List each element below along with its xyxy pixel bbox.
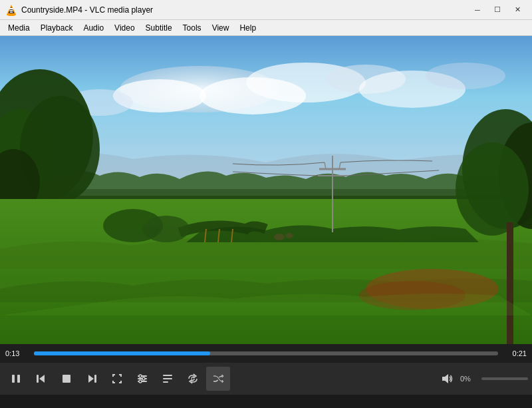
svg-rect-58 bbox=[163, 375, 172, 376]
volume-button[interactable] bbox=[436, 368, 458, 389]
svg-rect-60 bbox=[163, 381, 168, 383]
volume-slider[interactable] bbox=[481, 377, 528, 380]
svg-rect-5 bbox=[10, 11, 13, 13]
svg-rect-4 bbox=[10, 10, 13, 11]
menu-item-menu-audio[interactable]: Audio bbox=[78, 20, 109, 35]
menu-item-menu-playback[interactable]: Playback bbox=[35, 20, 78, 35]
svg-point-31 bbox=[456, 142, 529, 236]
close-button[interactable]: ✕ bbox=[508, 3, 527, 17]
menu-item-menu-help[interactable]: Help bbox=[234, 20, 261, 35]
svg-marker-51 bbox=[88, 375, 94, 383]
skip-forward-button[interactable] bbox=[80, 367, 104, 391]
minimize-button[interactable]: ─ bbox=[468, 3, 487, 17]
ext-settings-button[interactable] bbox=[130, 367, 154, 391]
volume-area: 0% bbox=[436, 368, 528, 389]
svg-rect-59 bbox=[163, 378, 172, 379]
video-area bbox=[0, 36, 532, 344]
svg-point-42 bbox=[143, 216, 190, 242]
seek-bar-area: 0:13 0:21 bbox=[0, 344, 532, 363]
menu-item-menu-subtitle[interactable]: Subtitle bbox=[140, 20, 178, 35]
stop-button[interactable] bbox=[55, 367, 78, 391]
svg-point-57 bbox=[139, 380, 142, 383]
svg-rect-50 bbox=[94, 375, 96, 383]
window-title: Countryside.MP4 - VLC media player bbox=[21, 5, 468, 15]
menu-item-menu-media[interactable]: Media bbox=[3, 20, 35, 35]
seek-bar-fill bbox=[34, 351, 210, 355]
svg-rect-49 bbox=[63, 375, 70, 383]
svg-rect-46 bbox=[17, 375, 20, 383]
shuffle-button[interactable] bbox=[206, 367, 230, 391]
loop-button[interactable] bbox=[181, 367, 205, 391]
svg-rect-47 bbox=[37, 375, 39, 383]
title-bar: Countryside.MP4 - VLC media player ─ ☐ ✕ bbox=[0, 0, 532, 20]
menu-item-menu-tools[interactable]: Tools bbox=[178, 20, 207, 35]
playlist-button[interactable] bbox=[156, 367, 180, 391]
svg-point-44 bbox=[285, 233, 293, 238]
fullscreen-button[interactable] bbox=[105, 367, 129, 391]
controls-bar: 0% bbox=[0, 363, 532, 395]
svg-point-56 bbox=[142, 377, 145, 380]
menu-item-menu-view[interactable]: View bbox=[207, 20, 235, 35]
svg-marker-61 bbox=[442, 374, 448, 383]
window-controls: ─ ☐ ✕ bbox=[468, 3, 527, 17]
vlc-icon bbox=[5, 4, 17, 16]
volume-label: 0% bbox=[460, 375, 479, 383]
svg-rect-3 bbox=[9, 8, 13, 9]
seek-bar[interactable] bbox=[34, 351, 498, 355]
svg-rect-32 bbox=[507, 222, 513, 344]
maximize-button[interactable]: ☐ bbox=[488, 3, 507, 17]
svg-marker-48 bbox=[39, 375, 45, 383]
skip-back-button[interactable] bbox=[29, 367, 53, 391]
svg-point-43 bbox=[274, 234, 285, 240]
time-current: 0:13 bbox=[5, 349, 29, 357]
video-scene bbox=[0, 36, 532, 344]
svg-rect-45 bbox=[12, 375, 15, 383]
pause-button[interactable] bbox=[4, 367, 28, 391]
time-total: 0:21 bbox=[503, 349, 527, 357]
menu-bar: MediaPlaybackAudioVideoSubtitleToolsView… bbox=[0, 20, 532, 36]
menu-item-menu-video[interactable]: Video bbox=[109, 20, 140, 35]
svg-point-55 bbox=[139, 375, 142, 377]
svg-point-14 bbox=[426, 63, 505, 89]
